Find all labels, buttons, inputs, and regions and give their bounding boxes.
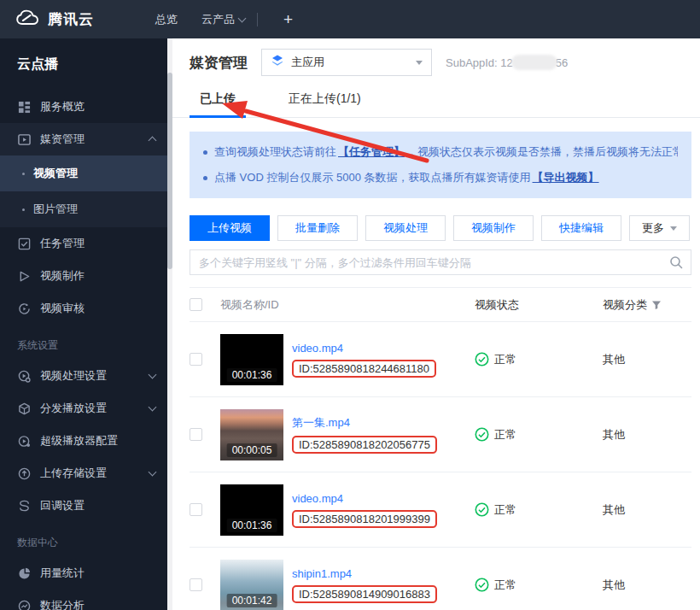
video-name-link[interactable]: 第一集.mp4 [292,415,437,431]
video-thumbnail[interactable]: 00:01:42 [220,560,283,610]
task-management-link[interactable]: 【任务管理】 [338,139,405,165]
status-text: 正常 [494,502,516,518]
sidebar-item-data-analysis[interactable]: 数据分析 [0,589,167,610]
sidebar-item-video-process-settings[interactable]: 视频处理设置 [0,360,167,392]
video-name-link[interactable]: video.mp4 [292,342,436,355]
row-checkbox[interactable] [190,428,202,441]
bullet-dot-icon [22,208,25,211]
status-ok-icon [475,578,489,592]
row-checkbox[interactable] [190,578,202,591]
superplayer-icon [17,434,32,449]
topbar-nav: 总览 云产品 [155,12,245,27]
row-checkbox[interactable] [190,503,202,516]
toolbar: 上传视频 批量删除 视频处理 视频制作 快捷编辑 更多 [190,215,691,241]
video-id-highlighted: ID:5285890818244681180 [292,360,436,378]
select-all-checkbox[interactable] [190,298,202,311]
duration-badge: 00:00:05 [227,443,277,457]
distribution-cube-icon [17,402,32,416]
category-cell: 其他 [603,427,691,443]
sidebar-item-media-management[interactable]: 媒资管理 [0,123,167,155]
brand[interactable]: 腾讯云 [0,9,155,31]
more-button[interactable]: 更多 [629,215,690,241]
app-selector-dropdown[interactable]: 主应用 [261,49,432,76]
table-row[interactable]: 00:01:36 video.mp4 ID:528589081824468118… [190,322,691,397]
video-process-button[interactable]: 视频处理 [365,215,446,241]
tab-bar: 已上传 正在上传(1/1) [172,86,700,118]
status-cell: 正常 [475,502,603,518]
row-checkbox[interactable] [190,353,202,366]
sidebar-section-system: 系统设置 [0,325,167,360]
search-icon[interactable] [669,255,683,273]
nav-overview[interactable]: 总览 [155,12,178,27]
table-row[interactable]: 00:00:05 第一集.mp4 ID:5285890818202056775 … [190,397,691,472]
brand-name: 腾讯云 [48,9,94,29]
sidebar-item-upload-storage-settings[interactable]: 上传存储设置 [0,457,167,490]
video-thumbnail[interactable]: 00:01:36 [220,334,283,385]
page-title: 媒资管理 [190,53,248,73]
chevron-down-icon [238,14,247,22]
sidebar-item-video-review[interactable]: 视频审核 [0,292,167,325]
batch-delete-button[interactable]: 批量删除 [277,215,358,241]
filter-funnel-icon[interactable] [651,300,662,310]
chevron-down-icon [149,468,157,477]
notice-line-1: 查询视频处理状态请前往 【任务管理】 ，视频状态仅表示视频是否禁播，禁播后视频将… [203,139,678,165]
header-status: 视频状态 [475,297,603,313]
duration-badge: 00:01:36 [227,519,277,532]
sidebar-item-video-produce[interactable]: 视频制作 [0,260,167,292]
bullet-dot-icon [203,150,207,155]
process-settings-icon [17,369,32,384]
notice-line-2: 点播 VOD 控制台仅展示 5000 条数据，获取点播所有媒资请使用 【导出视频… [203,165,678,191]
table-header: 视频名称/ID 视频状态 视频分类 [190,288,691,322]
status-cell: 正常 [475,578,603,593]
sidebar-item-task-management[interactable]: 任务管理 [0,227,167,260]
video-name-link[interactable]: video.mp4 [292,492,437,505]
status-ok-icon [475,427,489,442]
video-produce-button[interactable]: 视频制作 [453,215,534,241]
video-name-link[interactable]: shipin1.mp4 [292,567,437,580]
duration-badge: 00:01:36 [227,368,277,382]
search-input[interactable] [190,249,691,275]
video-id-highlighted: ID:5285890814909016883 [292,585,437,603]
search-bar [190,249,691,275]
tab-uploading[interactable]: 正在上传(1/1) [278,86,371,117]
category-cell: 其他 [603,502,691,518]
layers-icon [271,54,284,71]
table-row[interactable]: 00:01:36 video.mp4 ID:528589081820199939… [190,472,691,548]
upload-video-button[interactable]: 上传视频 [190,215,270,241]
quick-edit-button[interactable]: 快捷编辑 [541,215,621,241]
add-tab-button[interactable]: + [283,10,293,29]
caret-down-icon [416,61,423,65]
export-video-link[interactable]: 【导出视频】 [533,165,599,191]
chevron-up-icon [149,137,157,145]
video-thumbnail[interactable]: 00:00:05 [220,409,283,460]
pie-chart-icon [17,566,32,581]
callback-icon [17,499,32,513]
sidebar-item-distribution-settings[interactable]: 分发播放设置 [0,392,167,425]
sidebar-item-usage-stats[interactable]: 用量统计 [0,557,167,589]
header-name: 视频名称/ID [220,297,475,313]
main-content: 媒资管理 主应用 SubAppId: 1256 已上传 正在上传(1/1) [172,38,700,610]
sidebar-item-superplayer-config[interactable]: 超级播放器配置 [0,425,167,457]
topbar: 腾讯云 总览 云产品 + [0,0,700,38]
table-row[interactable]: 00:01:42 shipin1.mp4 ID:5285890814909016… [190,548,691,610]
chevron-down-icon [149,371,157,379]
sidebar-item-callback-settings[interactable]: 回调设置 [0,490,167,522]
upload-circle-icon [17,466,32,481]
status-cell: 正常 [475,427,603,443]
tab-uploaded[interactable]: 已上传 [190,86,246,117]
review-cycle-icon [17,302,32,316]
topbar-divider [257,13,258,26]
status-cell: 正常 [475,352,603,367]
sidebar-item-overview[interactable]: 服务概览 [0,91,167,123]
data-analysis-icon [17,599,32,610]
bullet-dot-icon [22,173,25,175]
bullet-dot-icon [203,176,207,180]
notice-box: 查询视频处理状态请前往 【任务管理】 ，视频状态仅表示视频是否禁播，禁播后视频将… [190,132,691,198]
nav-products[interactable]: 云产品 [201,12,245,27]
sidebar-item-video-management[interactable]: 视频管理 [0,155,167,191]
sidebar-item-image-management[interactable]: 图片管理 [0,191,167,227]
sidebar-section-data-center: 数据中心 [0,522,167,557]
sidebar-product-title: 云点播 [0,38,167,91]
redacted-blur [511,55,557,70]
video-thumbnail[interactable]: 00:01:36 [220,484,283,536]
